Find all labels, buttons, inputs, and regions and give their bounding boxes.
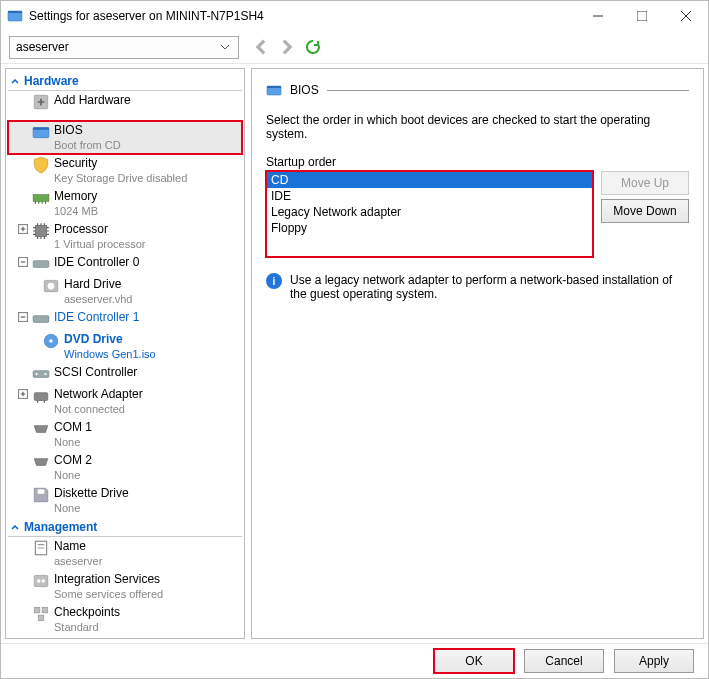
tree-ide1[interactable]: IDE Controller 1 [8,308,242,330]
section-management[interactable]: Management [8,517,242,537]
dvd-icon [42,332,60,350]
integration-icon [32,572,50,590]
tree-harddrive[interactable]: Hard Drive aseserver.vhd [8,275,242,308]
heading-divider [327,90,689,91]
titlebar: Settings for aseserver on MININT-N7P1SH4 [1,1,708,31]
tree-add-hardware-label: Add Hardware [54,93,131,108]
cancel-button[interactable]: Cancel [524,649,604,673]
tree-bios-label: BIOS [54,123,121,138]
tree-integration[interactable]: Integration Services Some services offer… [8,570,242,603]
add-hardware-icon [32,93,50,111]
tree-name-sub: aseserver [54,554,102,568]
ide-icon [32,255,50,273]
tree-scsi[interactable]: SCSI Controller [8,363,242,385]
bios-settings-panel: BIOS Select the order in which boot devi… [251,68,704,639]
tree-security[interactable]: Security Key Storage Drive disabled [8,154,242,187]
tree-netadapter-label: Network Adapter [54,387,143,402]
tree-diskette[interactable]: Diskette Drive None [8,484,242,517]
list-item[interactable]: Legacy Network adapter [267,204,592,220]
tree-paging[interactable]: Smart Paging File Location C:\ProgramDat… [8,636,242,639]
startup-order-list[interactable]: CD IDE Legacy Network adapter Floppy [266,171,593,257]
tree-dvd[interactable]: DVD Drive Windows Gen1.iso [8,330,242,363]
svg-rect-27 [34,575,48,586]
close-button[interactable] [664,1,708,31]
nav-forward-button[interactable] [279,39,295,55]
section-hardware[interactable]: Hardware [8,71,242,91]
tree-security-label: Security [54,156,187,171]
tree-paging-label: Smart Paging File Location [54,638,214,639]
tree-com2-label: COM 2 [54,453,92,468]
svg-rect-17 [33,316,49,323]
tree-checkpoints[interactable]: Checkpoints Standard [8,603,242,636]
com-icon [32,420,50,438]
tree-ide0[interactable]: IDE Controller 0 [8,253,242,275]
tree-netadapter[interactable]: Network Adapter Not connected [8,385,242,418]
tree-ide0-label: IDE Controller 0 [54,255,139,270]
checkpoints-icon [32,605,50,623]
tree-harddrive-sub: aseserver.vhd [64,292,132,306]
tree-com2[interactable]: COM 2 None [8,451,242,484]
svg-rect-11 [35,225,46,236]
window-title: Settings for aseserver on MININT-N7P1SH4 [29,9,576,23]
move-down-button[interactable]: Move Down [601,199,689,223]
tree-harddrive-label: Hard Drive [64,277,132,292]
tree-add-hardware[interactable]: Add Hardware [8,91,242,121]
tree-com1[interactable]: COM 1 None [8,418,242,451]
tree-scsi-label: SCSI Controller [54,365,137,380]
list-item[interactable]: IDE [267,188,592,204]
svg-rect-3 [637,11,647,21]
toolbar: aseserver [1,31,708,64]
nav-back-button[interactable] [253,39,269,55]
refresh-button[interactable] [305,39,321,55]
svg-point-19 [49,339,52,342]
svg-point-28 [37,579,40,582]
svg-rect-32 [38,615,44,621]
tree-memory[interactable]: Memory 1024 MB [8,187,242,220]
tree-ide1-label: IDE Controller 1 [54,310,139,325]
move-up-button[interactable]: Move Up [601,171,689,195]
collapse-icon [18,257,28,267]
vm-dropdown-value: aseserver [16,40,218,54]
bios-icon [266,82,282,98]
panel-note: Use a legacy network adapter to perform … [290,273,679,301]
tree-dvd-label: DVD Drive [64,332,156,347]
apply-button[interactable]: Apply [614,649,694,673]
tree-bios[interactable]: BIOS Boot from CD [8,121,242,154]
list-item[interactable]: Floppy [267,220,592,236]
memory-icon [32,189,50,207]
vm-dropdown[interactable]: aseserver [9,36,239,59]
section-hardware-label: Hardware [24,74,79,88]
tree-processor[interactable]: Processor 1 Virtual processor [8,220,242,253]
svg-rect-8 [33,128,49,130]
svg-rect-13 [33,261,49,268]
tree-memory-label: Memory [54,189,98,204]
tree-checkpoints-sub: Standard [54,620,120,634]
paging-icon [32,638,50,639]
tree-diskette-sub: None [54,501,129,515]
processor-icon [32,222,50,240]
ok-button[interactable]: OK [434,649,514,673]
collapse-icon [18,312,28,322]
tree-name-label: Name [54,539,102,554]
settings-tree[interactable]: Hardware Add Hardware BIOS Boot from CD … [5,68,245,639]
tree-name[interactable]: Name aseserver [8,537,242,570]
ide-icon [32,310,50,328]
chevron-down-icon [218,40,232,54]
scsi-icon [32,365,50,383]
tree-processor-label: Processor [54,222,146,237]
maximize-button[interactable] [620,1,664,31]
panel-description: Select the order in which boot devices a… [266,113,689,141]
list-item[interactable]: CD [267,172,592,188]
name-icon [32,539,50,557]
svg-point-29 [42,579,45,582]
tree-memory-sub: 1024 MB [54,204,98,218]
svg-rect-9 [33,195,49,202]
content: Hardware Add Hardware BIOS Boot from CD … [1,64,708,643]
tree-integration-sub: Some services offered [54,587,163,601]
startup-order-label: Startup order [266,155,689,169]
minimize-button[interactable] [576,1,620,31]
diskette-icon [32,486,50,504]
expand-icon [18,389,28,399]
svg-rect-1 [8,11,22,13]
svg-rect-25 [38,489,45,494]
